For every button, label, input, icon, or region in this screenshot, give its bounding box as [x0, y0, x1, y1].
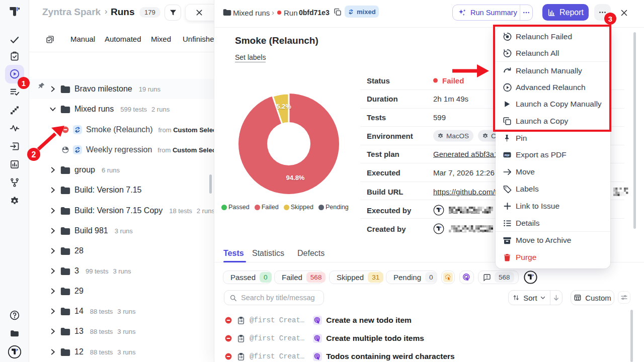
svg-text:PDF: PDF	[505, 153, 510, 156]
